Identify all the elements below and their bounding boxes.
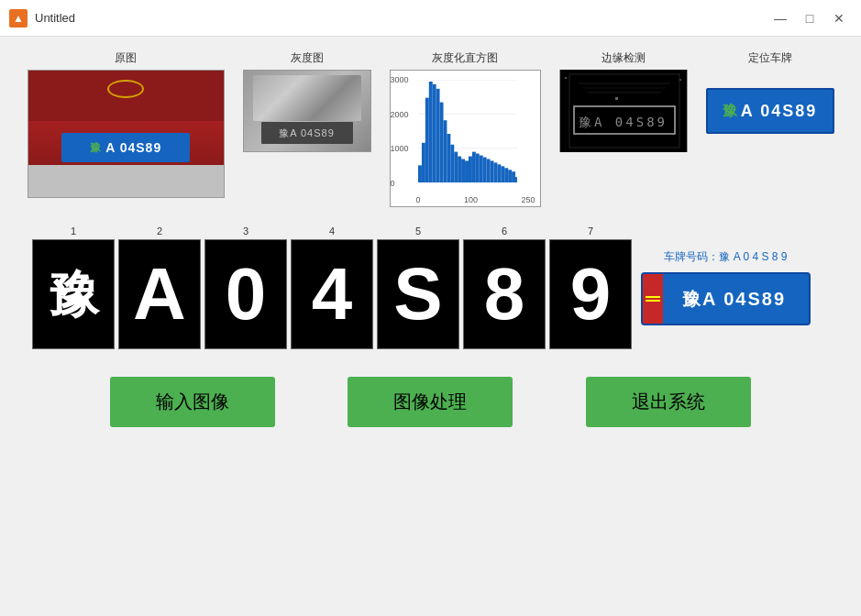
close-button[interactable]: ✕	[826, 7, 852, 29]
title-bar-controls: — □ ✕	[767, 7, 852, 29]
svg-text:豫A 04S89: 豫A 04S89	[579, 115, 668, 129]
button-row: 输入图像 图像处理 退出系统	[18, 368, 843, 436]
main-content: 原图 豫 A 04S89 灰度图 豫A 04S89 灰度化直方图	[0, 37, 861, 450]
svg-rect-30	[512, 171, 515, 182]
svg-rect-19	[471, 152, 475, 182]
grayscale-image-container: 灰度图 豫A 04S89	[243, 50, 371, 152]
svg-rect-16	[461, 159, 465, 182]
input-image-button[interactable]: 输入图像	[110, 377, 275, 427]
plate-text: 豫A 04S89	[682, 287, 786, 312]
gray-plate: 豫A 04S89	[261, 122, 353, 144]
recognition-label: 车牌号码：豫 A 0 4 S 8 9	[664, 249, 787, 265]
plate-left-stripe	[643, 274, 663, 324]
char-3: 0	[226, 258, 267, 331]
grayscale-label: 灰度图	[291, 50, 324, 66]
original-image-container: 原图 豫 A 04S89	[28, 50, 225, 198]
edge-svg: 豫A 04S89	[560, 70, 687, 152]
char-2-container: 2 A	[118, 226, 201, 349]
car-logo	[107, 80, 144, 98]
char-box-3: 0	[204, 239, 287, 349]
original-image: 豫 A 04S89	[28, 70, 225, 198]
svg-rect-5	[421, 143, 425, 182]
char-1: 豫	[49, 270, 99, 320]
svg-rect-32	[560, 70, 687, 152]
svg-rect-31	[515, 177, 517, 182]
char-index-2: 2	[157, 226, 162, 236]
svg-rect-17	[465, 160, 469, 182]
char-index-7: 7	[588, 226, 593, 236]
char-7: 9	[570, 258, 612, 331]
hist-x-labels: 0 100 250	[416, 195, 535, 204]
svg-rect-9	[436, 89, 439, 182]
char-box-7: 9	[549, 239, 632, 349]
maximize-button[interactable]: □	[797, 7, 822, 29]
char-6-container: 6 8	[463, 226, 546, 349]
char-box-2: A	[118, 239, 201, 349]
svg-rect-27	[501, 166, 504, 182]
minimize-button[interactable]: —	[767, 7, 793, 29]
histogram-svg	[418, 80, 517, 183]
svg-rect-22	[482, 158, 486, 183]
located-plate-image: 豫A 04S89	[706, 88, 834, 134]
svg-rect-21	[479, 156, 482, 182]
svg-rect-29	[508, 170, 512, 182]
char-box-5: S	[377, 239, 459, 349]
char-box-1: 豫	[32, 239, 115, 349]
svg-rect-11	[443, 120, 447, 182]
svg-rect-26	[497, 164, 501, 182]
svg-rect-14	[454, 152, 458, 182]
car-bumper	[28, 165, 224, 197]
title-bar-left: ▲ Untitled	[9, 9, 75, 28]
char-index-5: 5	[415, 226, 421, 236]
original-label: 原图	[115, 50, 137, 66]
svg-rect-40	[679, 79, 681, 81]
svg-rect-13	[450, 145, 454, 182]
svg-rect-7	[428, 82, 432, 182]
svg-rect-28	[504, 168, 508, 182]
svg-rect-20	[475, 154, 479, 182]
svg-rect-18	[468, 157, 471, 182]
process-image-button[interactable]: 图像处理	[348, 377, 513, 427]
exit-system-button[interactable]: 退出系统	[586, 377, 751, 427]
svg-rect-39	[565, 77, 567, 79]
svg-rect-8	[432, 84, 436, 182]
image-row: 原图 豫 A 04S89 灰度图 豫A 04S89 灰度化直方图	[18, 50, 843, 207]
char-4: 4	[312, 258, 353, 331]
window-title: Untitled	[35, 11, 75, 25]
histogram-label: 灰度化直方图	[432, 50, 498, 66]
svg-rect-15	[458, 157, 461, 182]
char-box-4: 4	[291, 239, 373, 349]
char-index-3: 3	[243, 226, 248, 236]
recognition-result: 车牌号码：豫 A 0 4 S 8 9 豫A 04S89	[641, 249, 811, 325]
svg-rect-4	[418, 165, 422, 182]
svg-rect-41	[615, 97, 618, 100]
char-index-1: 1	[71, 226, 76, 236]
svg-rect-12	[447, 134, 450, 182]
svg-rect-23	[486, 159, 490, 182]
char-1-container: 1 豫	[32, 226, 115, 349]
char-box-6: 8	[463, 239, 546, 349]
char-3-container: 3 0	[204, 226, 287, 349]
char-4-container: 4 4	[291, 226, 373, 349]
svg-rect-10	[439, 103, 443, 182]
char-index-6: 6	[502, 226, 507, 236]
char-5-container: 5 S	[377, 226, 459, 349]
edge-image-container: 边缘检测 豫A 04S89	[559, 50, 688, 152]
hist-y-labels: 0 1000 2000 3000	[391, 75, 409, 188]
char-5: S	[393, 258, 442, 331]
title-bar: ▲ Untitled — □ ✕	[0, 0, 861, 37]
char-6: 8	[484, 258, 525, 331]
recognition-plate: 豫A 04S89	[641, 272, 811, 325]
located-label: 定位车牌	[748, 50, 792, 66]
chars-recognition-row: 1 豫 2 A 3 0 4 4	[18, 226, 843, 349]
edge-label: 边缘检测	[602, 50, 646, 66]
char-2: A	[133, 258, 186, 331]
located-plate-container: 定位车牌 豫A 04S89	[706, 50, 834, 134]
app-icon: ▲	[9, 9, 28, 28]
histogram-container: 灰度化直方图 0 1000 2000 3000	[390, 50, 541, 207]
edge-image: 豫A 04S89	[559, 70, 688, 152]
svg-rect-24	[490, 160, 493, 182]
char-7-container: 7 9	[549, 226, 632, 349]
char-index-4: 4	[329, 226, 335, 236]
histogram-chart: 0 1000 2000 3000	[390, 70, 541, 207]
